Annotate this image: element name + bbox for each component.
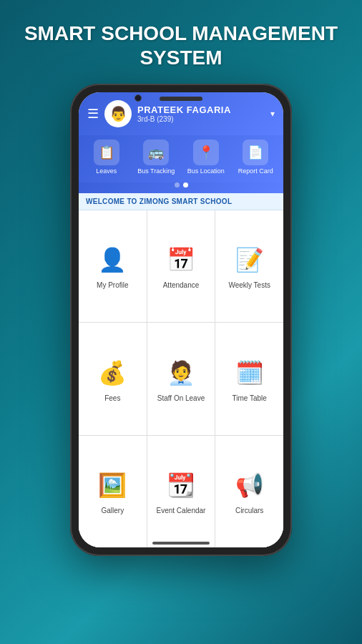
grid-item-staff-on-leave[interactable]: 🧑‍💼 Staff On Leave	[147, 323, 215, 434]
user-class: 3rd-B (239)	[137, 115, 265, 123]
phone-bottom-bar	[152, 542, 210, 545]
bus_tracking-icon: 🚌	[143, 140, 169, 165]
fees-label: Fees	[104, 394, 120, 403]
staff-on-leave-icon: 🧑‍💼	[164, 356, 198, 390]
nav-icon-leaves[interactable]: 📋 Leaves	[85, 140, 128, 175]
app-title-section: SMART SCHOOL MANAGEMENT SYSTEM	[10, 0, 352, 84]
welcome-banner: WELCOME TO ZIMONG SMART SCHOOL	[79, 193, 283, 210]
weekly-tests-icon: 📝	[233, 243, 267, 277]
event-calendar-label: Event Calendar	[157, 507, 206, 515]
dropdown-arrow-icon[interactable]: ▾	[270, 109, 275, 119]
grid-item-gallery[interactable]: 🖼️ Gallery	[79, 436, 147, 547]
nav-icon-report_card[interactable]: 📄 Report Card	[234, 140, 277, 175]
features-grid: 👤 My Profile 📅 Attendance 📝 Weekly Tests…	[79, 210, 283, 547]
grid-item-my-profile[interactable]: 👤 My Profile	[79, 210, 147, 322]
dot-1	[175, 182, 180, 187]
nav-icon-bus_location[interactable]: 📍 Bus Location	[185, 140, 228, 175]
user-info: PRATEEK FAGARIA 3rd-B (239)	[137, 104, 265, 123]
grid-item-attendance[interactable]: 📅 Attendance	[147, 210, 215, 322]
my-profile-icon: 👤	[95, 243, 129, 277]
time-table-label: Time Table	[232, 394, 266, 403]
phone-screen: ☰ 👨 PRATEEK FAGARIA 3rd-B (239) ▾ 📋 Leav…	[79, 92, 283, 547]
dot-2	[183, 182, 188, 187]
grid-item-time-table[interactable]: 🗓️ Time Table	[215, 323, 283, 434]
hamburger-menu-icon[interactable]: ☰	[87, 106, 99, 122]
gallery-label: Gallery	[101, 507, 124, 515]
weekly-tests-label: Weekly Tests	[228, 281, 270, 290]
nav-icons-bar: 📋 Leaves 🚌 Bus Tracking 📍 Bus Location 📄…	[79, 135, 283, 182]
leaves-label: Leaves	[96, 167, 117, 175]
leaves-icon: 📋	[94, 140, 119, 165]
grid-item-weekly-tests[interactable]: 📝 Weekly Tests	[215, 210, 283, 322]
phone-speaker	[160, 97, 202, 101]
user-name: PRATEEK FAGARIA	[137, 104, 265, 115]
staff-on-leave-label: Staff On Leave	[157, 394, 205, 403]
attendance-icon: 📅	[164, 243, 198, 277]
bus_location-label: Bus Location	[187, 167, 225, 175]
welcome-text: WELCOME TO ZIMONG SMART SCHOOL	[86, 197, 276, 205]
phone-device: ☰ 👨 PRATEEK FAGARIA 3rd-B (239) ▾ 📋 Leav…	[70, 84, 292, 556]
circulars-label: Circulars	[235, 507, 263, 515]
avatar-emoji: 👨	[109, 105, 127, 122]
bus_tracking-label: Bus Tracking	[137, 167, 175, 175]
gallery-icon: 🖼️	[95, 468, 129, 502]
grid-item-event-calendar[interactable]: 📆 Event Calendar	[147, 436, 215, 547]
report_card-icon: 📄	[243, 140, 268, 165]
bus_location-icon: 📍	[193, 140, 219, 165]
fees-icon: 💰	[95, 356, 129, 390]
my-profile-label: My Profile	[97, 281, 128, 290]
event-calendar-icon: 📆	[164, 468, 198, 502]
report_card-label: Report Card	[238, 167, 273, 175]
app-title: SMART SCHOOL MANAGEMENT SYSTEM	[24, 21, 338, 69]
avatar: 👨	[104, 100, 132, 127]
grid-item-fees[interactable]: 💰 Fees	[79, 323, 147, 434]
circulars-icon: 📢	[233, 468, 267, 502]
dot-indicators	[79, 182, 283, 193]
attendance-label: Attendance	[163, 281, 200, 290]
grid-item-circulars[interactable]: 📢 Circulars	[215, 436, 283, 547]
time-table-icon: 🗓️	[233, 356, 267, 390]
nav-icon-bus_tracking[interactable]: 🚌 Bus Tracking	[134, 140, 177, 175]
